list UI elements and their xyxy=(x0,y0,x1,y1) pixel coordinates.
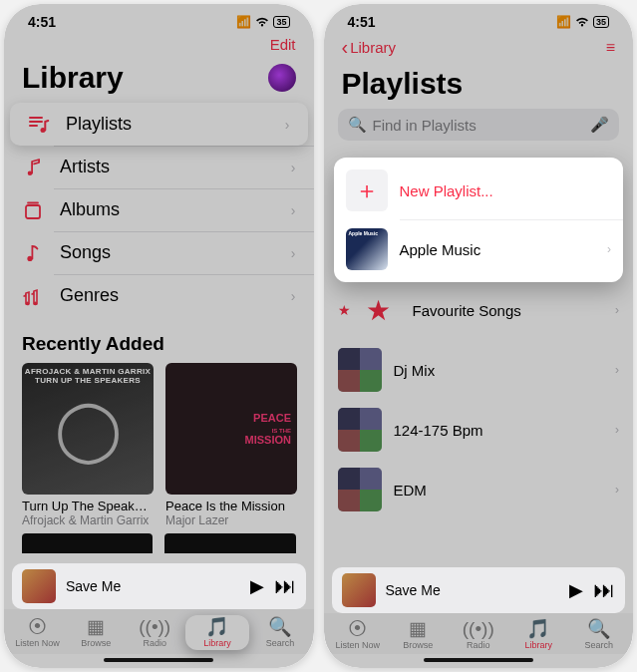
playlist-name: Dj Mix xyxy=(394,362,604,379)
battery-icon: 35 xyxy=(273,16,289,28)
skip-forward-icon[interactable]: ⏭ xyxy=(274,573,296,599)
chevron-right-icon: › xyxy=(615,423,619,437)
page-title: Library xyxy=(22,61,124,95)
now-playing-art xyxy=(22,569,56,603)
tab-bar: ⦿Listen Now ▦Browse ((•))Radio 🎵Library … xyxy=(324,613,634,654)
album-card[interactable]: AFROJACK & MARTIN GARRIXTURN UP THE SPEA… xyxy=(22,363,154,527)
chevron-left-icon: ‹ xyxy=(342,36,349,59)
album-subtitle: Major Lazer xyxy=(165,513,297,527)
row-genres[interactable]: Genres › xyxy=(4,274,314,317)
row-label: Albums xyxy=(60,199,275,220)
chevron-right-icon: › xyxy=(615,483,619,497)
svg-point-1 xyxy=(26,301,29,304)
status-time: 4:51 xyxy=(348,14,376,30)
playlists-icon xyxy=(28,115,50,135)
playlist-row-fav[interactable]: ★ ★ Favourite Songs › xyxy=(324,280,634,340)
now-playing-bar[interactable]: Save Me ▶ ⏭ xyxy=(12,563,306,609)
row-label: Playlists xyxy=(66,114,269,135)
library-icon: 🎵 xyxy=(205,617,229,636)
albums-icon xyxy=(22,200,44,220)
plus-icon: ＋ xyxy=(346,169,388,211)
library-categories-list: Playlists › Artists › Albums › Songs › xyxy=(4,103,314,317)
album-title: Turn Up The Speakers... xyxy=(22,499,154,513)
apple-music-label: Apple Music xyxy=(400,241,596,258)
playlist-thumb xyxy=(338,408,382,452)
album-art: AFROJACK & MARTIN GARRIXTURN UP THE SPEA… xyxy=(22,363,154,495)
home-indicator[interactable] xyxy=(104,658,213,662)
tab-search[interactable]: 🔍Search xyxy=(252,617,308,648)
row-artists[interactable]: Artists › xyxy=(4,146,314,188)
grid-icon: ▦ xyxy=(409,619,427,638)
chevron-right-icon: › xyxy=(615,363,619,377)
genres-icon xyxy=(22,286,44,306)
status-bar: 4:51 📶 35 xyxy=(4,4,314,32)
chevron-right-icon: › xyxy=(291,245,296,261)
tab-library[interactable]: 🎵Library xyxy=(189,617,245,648)
row-label: Genres xyxy=(60,285,275,306)
playlist-row[interactable]: 124-175 Bpm › xyxy=(324,400,634,460)
mic-icon[interactable]: 🎤 xyxy=(590,116,609,134)
album-art: PEACEIS THEMISSION xyxy=(165,363,297,495)
home-indicator[interactable] xyxy=(424,658,533,662)
playlist-name: EDM xyxy=(394,482,604,499)
tab-browse[interactable]: ▦Browse xyxy=(390,619,446,650)
chevron-right-icon: › xyxy=(291,160,296,175)
play-circle-icon: ⦿ xyxy=(28,617,47,636)
nav-bar: Edit xyxy=(4,32,314,57)
status-icons: 📶 35 xyxy=(556,15,609,29)
now-playing-art xyxy=(342,573,376,607)
tab-radio[interactable]: ((•))Radio xyxy=(451,619,506,650)
tab-listen-now[interactable]: ⦿Listen Now xyxy=(9,617,65,648)
screen-playlists: 4:51 📶 35 ‹ Library ≡ Playlists 🔍 Find i… xyxy=(324,4,634,668)
nav-bar: ‹ Library ≡ xyxy=(324,32,634,63)
search-field[interactable]: 🔍 Find in Playlists 🎤 xyxy=(338,109,620,141)
tab-listen-now[interactable]: ⦿Listen Now xyxy=(330,619,386,650)
playlist-row[interactable]: EDM › xyxy=(324,460,634,519)
now-playing-title: Save Me xyxy=(66,578,240,594)
play-icon[interactable]: ▶ xyxy=(250,575,264,597)
signal-icon: 📶 xyxy=(556,15,571,29)
album-subtitle: Afrojack & Martin Garrix xyxy=(22,513,154,527)
grid-icon: ▦ xyxy=(87,617,105,636)
tab-radio[interactable]: ((•))Radio xyxy=(127,617,182,648)
sort-icon[interactable]: ≡ xyxy=(606,39,615,57)
back-button[interactable]: ‹ Library xyxy=(342,36,397,59)
star-badge-icon: ★ xyxy=(338,302,351,318)
tab-library[interactable]: 🎵Library xyxy=(510,619,566,650)
screen-library: 4:51 📶 35 Edit Library Playlists › Arti xyxy=(4,4,314,668)
profile-avatar[interactable] xyxy=(268,64,296,92)
chevron-right-icon: › xyxy=(615,303,619,317)
playlist-thumb xyxy=(338,348,382,392)
recently-added-header: Recently Added xyxy=(4,317,314,363)
album-title: Peace Is the Mission xyxy=(165,499,297,513)
playlist-name: Favourite Songs xyxy=(413,302,604,319)
battery-icon: 35 xyxy=(593,16,609,28)
recently-added-row[interactable]: AFROJACK & MARTIN GARRIXTURN UP THE SPEA… xyxy=(4,363,314,527)
svg-rect-0 xyxy=(26,205,40,218)
back-label: Library xyxy=(350,39,396,56)
album-card[interactable]: PEACEIS THEMISSION Peace Is the Mission … xyxy=(165,363,297,527)
play-icon[interactable]: ▶ xyxy=(569,579,583,601)
skip-forward-icon[interactable]: ⏭ xyxy=(593,577,615,603)
edit-button[interactable]: Edit xyxy=(270,36,296,53)
search-icon: 🔍 xyxy=(348,116,367,134)
new-playlist-button[interactable]: ＋ New Playlist... xyxy=(334,162,624,219)
svg-point-2 xyxy=(34,301,37,304)
status-bar: 4:51 📶 35 xyxy=(324,4,634,32)
search-icon: 🔍 xyxy=(268,617,292,636)
playlist-row[interactable]: Dj Mix › xyxy=(324,340,634,400)
tab-search[interactable]: 🔍Search xyxy=(571,619,627,650)
wifi-icon xyxy=(575,17,589,28)
playlist-thumb: ★ xyxy=(357,288,401,332)
row-playlists[interactable]: Playlists › xyxy=(10,103,308,146)
chevron-right-icon: › xyxy=(285,117,290,133)
play-overlay-icon: ◯ xyxy=(22,363,154,495)
tab-browse[interactable]: ▦Browse xyxy=(68,617,124,648)
page-title: Playlists xyxy=(342,67,464,101)
album-row-peek xyxy=(4,527,314,553)
apple-music-folder[interactable]: Apple Music › xyxy=(334,220,624,278)
row-albums[interactable]: Albums › xyxy=(4,188,314,231)
status-icons: 📶 35 xyxy=(236,15,289,29)
now-playing-bar[interactable]: Save Me ▶ ⏭ xyxy=(332,567,626,613)
row-songs[interactable]: Songs › xyxy=(4,231,314,274)
